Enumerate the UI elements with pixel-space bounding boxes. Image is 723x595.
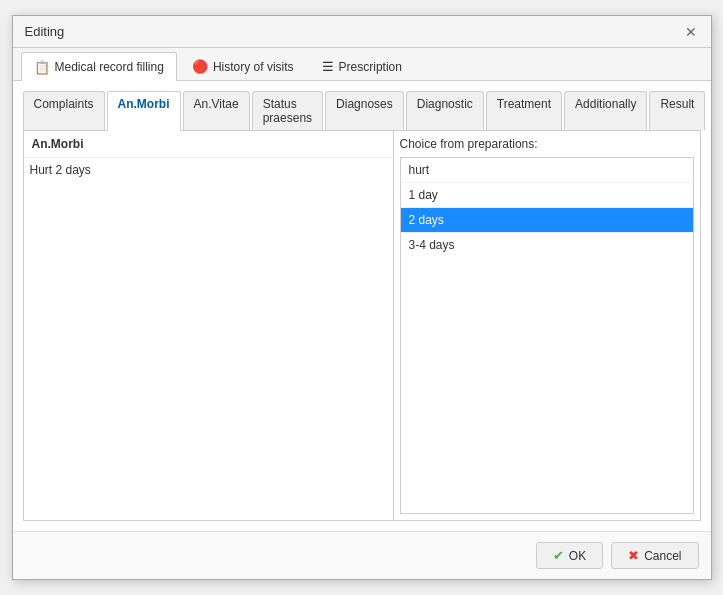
- dialog-content: Complaints An.Morbi An.Vitae Status prae…: [13, 81, 711, 531]
- left-pane-header: An.Morbi: [24, 131, 393, 158]
- subtab-treatment[interactable]: Treatment: [486, 91, 562, 130]
- cancel-icon: ✖: [628, 548, 639, 563]
- main-panel: An.Morbi Hurt 2 days Choice from prepara…: [23, 131, 701, 521]
- right-pane: Choice from preparations: hurt 1 day 2 d…: [394, 131, 700, 520]
- subtab-treatment-label: Treatment: [497, 97, 551, 111]
- subtab-anvitae[interactable]: An.Vitae: [183, 91, 250, 130]
- left-pane-text: Hurt 2 days: [30, 163, 91, 177]
- history-icon: 🔴: [192, 59, 208, 74]
- choice-item-3-4days[interactable]: 3-4 days: [401, 233, 693, 257]
- subtab-status-label: Status praesens: [263, 97, 312, 125]
- subtab-diagnostic-label: Diagnostic: [417, 97, 473, 111]
- ok-icon: ✔: [553, 548, 564, 563]
- subtab-anmorbi-label: An.Morbi: [118, 97, 170, 111]
- subtab-diagnoses[interactable]: Diagnoses: [325, 91, 404, 130]
- cancel-label: Cancel: [644, 549, 681, 563]
- tab-medical-record[interactable]: 📋 Medical record filling: [21, 52, 177, 81]
- choice-item-2days[interactable]: 2 days: [401, 208, 693, 233]
- close-button[interactable]: ✕: [683, 25, 699, 39]
- subtab-diagnostic[interactable]: Diagnostic: [406, 91, 484, 130]
- dialog-titlebar: Editing ✕: [13, 16, 711, 48]
- prescription-icon: ☰: [322, 59, 334, 74]
- left-pane-content[interactable]: Hurt 2 days: [24, 158, 393, 520]
- dialog-footer: ✔ OK ✖ Cancel: [13, 531, 711, 579]
- editing-dialog: Editing ✕ 📋 Medical record filling 🔴 His…: [12, 15, 712, 580]
- choice-item-1day[interactable]: 1 day: [401, 183, 693, 208]
- subtab-result-label: Result: [660, 97, 694, 111]
- ok-button[interactable]: ✔ OK: [536, 542, 603, 569]
- subtab-result[interactable]: Result: [649, 91, 705, 130]
- tab-prescription[interactable]: ☰ Prescription: [309, 52, 415, 80]
- subtab-complaints[interactable]: Complaints: [23, 91, 105, 130]
- left-pane: An.Morbi Hurt 2 days: [24, 131, 394, 520]
- medical-record-icon: 📋: [34, 60, 50, 75]
- ok-label: OK: [569, 549, 586, 563]
- top-tabs: 📋 Medical record filling 🔴 History of vi…: [13, 48, 711, 81]
- subtab-anmorbi[interactable]: An.Morbi: [107, 91, 181, 131]
- subtab-diagnoses-label: Diagnoses: [336, 97, 393, 111]
- subtab-additionally-label: Additionally: [575, 97, 636, 111]
- subtab-status[interactable]: Status praesens: [252, 91, 323, 130]
- tab-medical-record-label: Medical record filling: [55, 60, 164, 74]
- tab-prescription-label: Prescription: [339, 60, 402, 74]
- cancel-button[interactable]: ✖ Cancel: [611, 542, 698, 569]
- choice-list: hurt 1 day 2 days 3-4 days: [400, 157, 694, 514]
- subtab-additionally[interactable]: Additionally: [564, 91, 647, 130]
- tab-history-of-visits[interactable]: 🔴 History of visits: [179, 52, 307, 80]
- tab-history-label: History of visits: [213, 60, 294, 74]
- subtab-complaints-label: Complaints: [34, 97, 94, 111]
- dialog-title: Editing: [25, 24, 65, 39]
- sub-tabs: Complaints An.Morbi An.Vitae Status prae…: [23, 91, 701, 131]
- right-pane-label: Choice from preparations:: [400, 137, 694, 151]
- choice-item-hurt[interactable]: hurt: [401, 158, 693, 183]
- subtab-anvitae-label: An.Vitae: [194, 97, 239, 111]
